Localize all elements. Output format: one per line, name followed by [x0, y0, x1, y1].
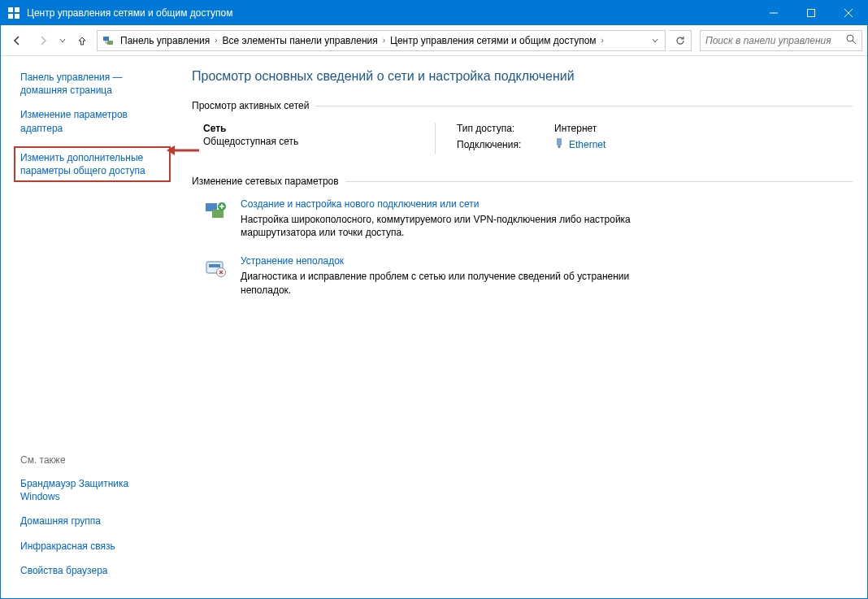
svg-rect-17: [212, 210, 224, 218]
connections-label: Подключения:: [457, 139, 554, 150]
search-icon[interactable]: [846, 34, 857, 47]
search-box[interactable]: [700, 30, 862, 51]
svg-rect-3: [15, 14, 20, 19]
sidebar-link-infrared[interactable]: Инфракрасная связь: [20, 540, 166, 553]
svg-rect-14: [557, 138, 562, 145]
sidebar-link-homepage[interactable]: Панель управления — домашняя страница: [20, 71, 166, 97]
svg-rect-1: [15, 7, 20, 12]
window-title: Центр управления сетями и общим доступом: [27, 7, 755, 19]
breadcrumb-item[interactable]: Панель управления: [120, 35, 210, 46]
chevron-right-icon[interactable]: ›: [383, 36, 385, 45]
breadcrumb-item[interactable]: Все элементы панели управления: [223, 35, 378, 46]
troubleshoot-icon: [203, 255, 229, 281]
connection-link[interactable]: Ethernet: [554, 137, 605, 151]
window-controls: [755, 1, 867, 25]
task-new-connection-desc: Настройка широкополосного, коммутируемог…: [241, 213, 671, 239]
svg-rect-5: [808, 10, 815, 17]
sidebar-link-firewall[interactable]: Брандмауэр Защитника Windows: [20, 477, 166, 503]
body: Панель управления — домашняя страница Из…: [1, 56, 867, 598]
minimize-button[interactable]: [755, 1, 792, 25]
search-input[interactable]: [705, 35, 846, 46]
up-button[interactable]: [71, 29, 93, 52]
page-heading: Просмотр основных сведений о сети и наст…: [192, 69, 853, 84]
sidebar-link-adapter-settings[interactable]: Изменение параметров адаптера: [20, 108, 166, 134]
recent-dropdown[interactable]: [59, 35, 66, 46]
sidebar-link-advanced-sharing[interactable]: Изменить дополнительные параметры общего…: [14, 146, 171, 182]
new-connection-icon: [203, 198, 229, 224]
svg-rect-0: [8, 7, 13, 12]
address-bar[interactable]: Панель управления › Все элементы панели …: [97, 30, 666, 51]
svg-rect-8: [103, 37, 109, 41]
task-new-connection: Создание и настройка нового подключения …: [192, 198, 853, 239]
sidebar-link-homegroup[interactable]: Домашняя группа: [20, 514, 166, 527]
svg-rect-15: [558, 145, 561, 148]
access-type-label: Тип доступа:: [457, 123, 554, 134]
change-settings-label: Изменение сетевых параметров: [192, 176, 853, 187]
sidebar-link-internet-options[interactable]: Свойства браузера: [20, 564, 166, 577]
breadcrumb-item[interactable]: Центр управления сетями и общим доступом: [390, 35, 597, 46]
refresh-button[interactable]: [669, 30, 692, 51]
address-dropdown[interactable]: [649, 35, 662, 46]
access-type-value: Интернет: [554, 123, 597, 134]
close-button[interactable]: [830, 1, 867, 25]
svg-rect-2: [8, 14, 13, 19]
ethernet-icon: [554, 137, 564, 151]
network-name: Сеть: [203, 123, 435, 134]
sidebar: Панель управления — домашняя страница Из…: [1, 56, 176, 598]
svg-point-12: [847, 35, 853, 41]
network-center-icon: [101, 33, 115, 48]
content: Просмотр основных сведений о сети и наст…: [176, 56, 867, 598]
network-type: Общедоступная сеть: [203, 136, 435, 147]
chevron-right-icon[interactable]: ›: [601, 36, 604, 45]
toolbar: Панель управления › Все элементы панели …: [1, 25, 867, 56]
maximize-button[interactable]: [792, 1, 830, 25]
task-troubleshoot: Устранение неполадок Диагностика и испра…: [192, 255, 853, 296]
svg-line-13: [853, 41, 856, 44]
svg-rect-20: [209, 264, 220, 267]
forward-button[interactable]: [32, 29, 54, 52]
back-button[interactable]: [6, 29, 28, 52]
task-troubleshoot-desc: Диагностика и исправление проблем с сеть…: [241, 270, 671, 296]
task-new-connection-title[interactable]: Создание и настройка нового подключения …: [241, 198, 671, 210]
app-icon: [7, 7, 20, 20]
active-network-row: Сеть Общедоступная сеть Тип доступа: Инт…: [192, 123, 853, 154]
active-networks-label: Просмотр активных сетей: [192, 100, 853, 111]
see-also-heading: См. также: [20, 454, 166, 466]
titlebar: Центр управления сетями и общим доступом: [1, 1, 867, 25]
chevron-right-icon[interactable]: ›: [215, 36, 217, 45]
task-troubleshoot-title[interactable]: Устранение неполадок: [241, 255, 671, 267]
